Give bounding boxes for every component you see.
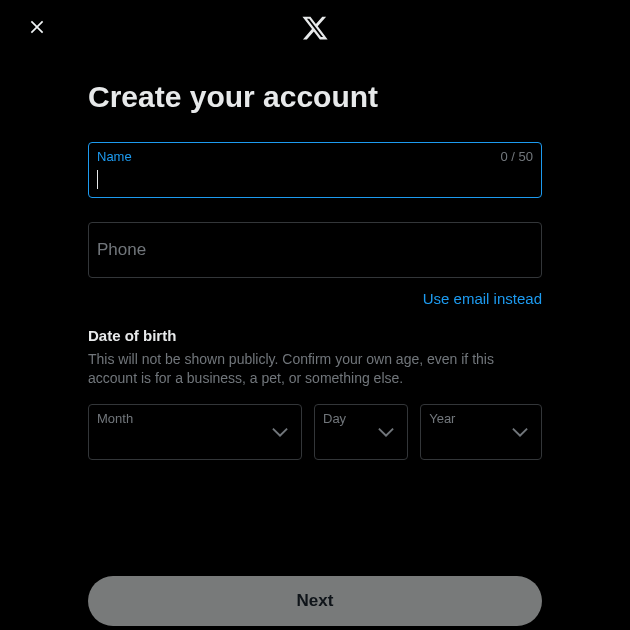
chevron-down-icon xyxy=(509,421,531,443)
chevron-down-icon xyxy=(375,421,397,443)
month-label: Month xyxy=(97,411,133,426)
name-input[interactable]: Name 0 / 50 xyxy=(88,142,542,198)
chevron-down-icon xyxy=(269,421,291,443)
use-email-link[interactable]: Use email instead xyxy=(88,290,542,307)
text-cursor xyxy=(97,170,98,189)
close-button[interactable] xyxy=(26,18,48,40)
dob-description: This will not be shown publicly. Confirm… xyxy=(88,350,542,388)
next-button[interactable]: Next xyxy=(88,576,542,626)
month-select[interactable]: Month xyxy=(88,404,302,460)
year-select[interactable]: Year xyxy=(420,404,542,460)
x-logo-icon xyxy=(301,14,329,42)
year-label: Year xyxy=(429,411,455,426)
next-button-label: Next xyxy=(297,591,334,611)
name-char-count: 0 / 50 xyxy=(500,149,533,164)
phone-placeholder: Phone xyxy=(97,240,146,260)
dob-heading: Date of birth xyxy=(88,327,542,344)
close-icon xyxy=(27,17,47,41)
day-label: Day xyxy=(323,411,346,426)
phone-input[interactable]: Phone xyxy=(88,222,542,278)
name-label: Name xyxy=(97,149,132,164)
day-select[interactable]: Day xyxy=(314,404,408,460)
page-title: Create your account xyxy=(88,80,542,114)
